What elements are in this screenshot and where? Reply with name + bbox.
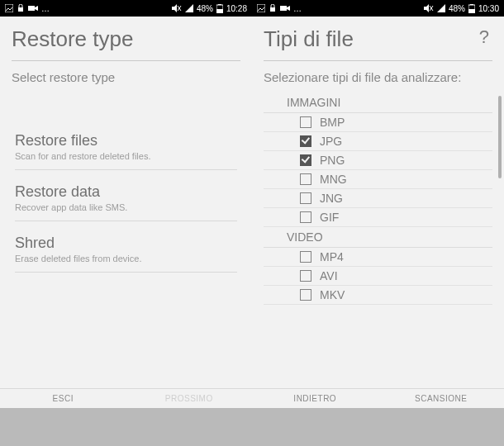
page-title: Restore type (12, 26, 133, 52)
svg-marker-3 (35, 6, 38, 11)
video-icon (280, 4, 290, 12)
filetype-item-jpg[interactable]: JPG (264, 132, 492, 151)
filetype-item-jng[interactable]: JNG (264, 189, 492, 208)
item-label: BMP (320, 116, 345, 129)
option-title: Restore data (15, 183, 237, 201)
image-icon (257, 4, 265, 12)
divider (12, 60, 240, 61)
svg-rect-13 (280, 6, 287, 11)
checkbox[interactable] (300, 173, 311, 185)
item-label: GIF (320, 211, 339, 224)
dots-icon: … (293, 4, 302, 13)
filetype-item-mng[interactable]: MNG (264, 170, 492, 189)
page-title: Tipi di file (264, 26, 354, 52)
checkbox[interactable] (300, 289, 311, 301)
help-icon[interactable]: ? (476, 26, 492, 48)
restore-options: Restore files Scan for and restore delet… (0, 93, 252, 273)
filetype-item-png[interactable]: PNG (264, 151, 492, 170)
status-right-icons: 48% 10:30 (424, 4, 499, 13)
item-label: JPG (320, 135, 342, 148)
svg-marker-15 (424, 4, 429, 12)
checkbox[interactable] (300, 270, 311, 282)
option-restore-files[interactable]: Restore files Scan for and restore delet… (15, 126, 237, 170)
svg-rect-2 (28, 6, 35, 11)
footer: INDIETRO SCANSIONE (252, 388, 504, 408)
svg-marker-14 (287, 6, 290, 11)
option-shred[interactable]: Shred Erase deleted files from device. (15, 228, 237, 273)
checkbox[interactable] (300, 192, 311, 204)
status-bar: … 48% 10:28 (0, 0, 252, 17)
clock: 10:28 (226, 4, 247, 13)
video-icon (28, 4, 38, 12)
status-bar: … 48% 10:30 (252, 0, 504, 17)
screen-file-types: … 48% 10:30 Tipi di file ? Selezionare t… (252, 0, 504, 446)
category-video: VIDEO (264, 227, 492, 248)
svg-marker-7 (185, 4, 193, 12)
battery-icon (468, 4, 475, 13)
svg-rect-9 (216, 9, 223, 13)
signal-icon (437, 4, 445, 12)
svg-rect-1 (18, 7, 23, 12)
mute-icon (424, 4, 434, 12)
option-desc: Scan for and restore deleted files. (15, 151, 237, 161)
clock: 10:30 (478, 4, 499, 13)
svg-rect-10 (218, 4, 221, 5)
dots-icon: … (41, 4, 50, 13)
screen-restore-type: … 48% 10:28 Restore type Select restore … (0, 0, 252, 446)
filetype-item-bmp[interactable]: BMP (264, 113, 492, 132)
divider (264, 60, 492, 61)
svg-marker-4 (172, 4, 177, 12)
scrollbar[interactable] (498, 96, 502, 178)
checkbox[interactable] (300, 211, 311, 223)
item-label: MP4 (320, 250, 344, 263)
option-restore-data[interactable]: Restore data Recover app data like SMS. (15, 177, 237, 221)
bottom-gray (0, 408, 252, 446)
option-title: Restore files (15, 132, 237, 149)
checkbox[interactable] (300, 154, 311, 166)
option-desc: Erase deleted files from device. (15, 254, 237, 263)
item-label: AVI (320, 269, 338, 282)
item-label: MKV (320, 288, 345, 301)
option-title: Shred (15, 235, 237, 252)
subtitle: Selezionare tipi di file da analizzare: (252, 69, 504, 93)
battery-pct: 48% (449, 4, 465, 13)
checkbox[interactable] (300, 135, 311, 147)
filetype-item-mp4[interactable]: MP4 (264, 248, 492, 267)
category-images: IMMAGINI (264, 93, 492, 113)
signal-icon (185, 4, 193, 12)
option-desc: Recover app data like SMS. (15, 202, 237, 212)
item-label: MNG (320, 173, 347, 186)
header: Restore type (0, 17, 252, 57)
image-icon (5, 4, 13, 12)
checkbox[interactable] (300, 116, 311, 128)
footer: ESCI PROSSIMO (0, 388, 252, 408)
item-label: PNG (320, 154, 345, 167)
mute-icon (172, 4, 182, 12)
header: Tipi di file ? (252, 17, 504, 57)
filetype-item-gif[interactable]: GIF (264, 208, 492, 227)
content: IMMAGINI BMP JPG PNG MNG JNG GIF VIDEO M… (252, 93, 504, 389)
filetype-item-mkv[interactable]: MKV (264, 286, 492, 305)
lock-icon (17, 4, 25, 12)
battery-pct: 48% (197, 4, 213, 13)
next-button[interactable]: PROSSIMO (126, 389, 253, 408)
svg-rect-21 (470, 4, 473, 5)
battery-icon (216, 4, 223, 13)
item-label: JNG (320, 192, 343, 205)
back-button[interactable]: INDIETRO (252, 389, 378, 408)
subtitle: Select restore type (0, 69, 252, 93)
bottom-gray (252, 408, 504, 446)
content: Restore files Scan for and restore delet… (0, 93, 252, 389)
scan-button[interactable]: SCANSIONE (378, 389, 505, 408)
status-left-icons: … (5, 4, 50, 13)
status-left-icons: … (257, 4, 302, 13)
svg-marker-18 (437, 4, 445, 12)
checkbox[interactable] (300, 251, 311, 263)
exit-button[interactable]: ESCI (0, 389, 126, 408)
lock-icon (269, 4, 277, 12)
status-right-icons: 48% 10:28 (172, 4, 247, 13)
svg-rect-20 (468, 9, 475, 13)
svg-rect-12 (270, 7, 275, 12)
file-type-list[interactable]: IMMAGINI BMP JPG PNG MNG JNG GIF VIDEO M… (252, 93, 504, 305)
filetype-item-avi[interactable]: AVI (264, 267, 492, 286)
